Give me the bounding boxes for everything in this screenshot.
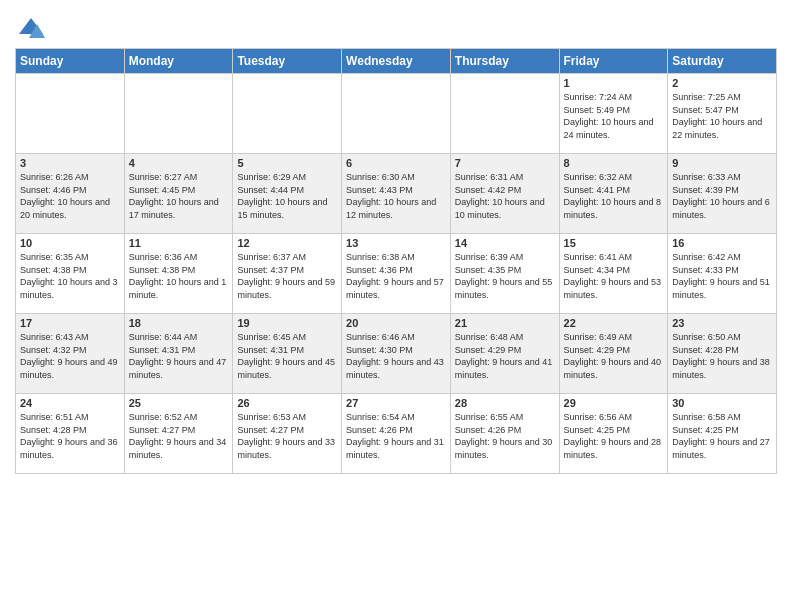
day-info: Sunrise: 6:42 AM Sunset: 4:33 PM Dayligh… xyxy=(672,251,772,301)
header-monday: Monday xyxy=(124,49,233,74)
header-friday: Friday xyxy=(559,49,668,74)
day-info: Sunrise: 6:56 AM Sunset: 4:25 PM Dayligh… xyxy=(564,411,664,461)
day-number: 24 xyxy=(20,397,120,409)
day-info: Sunrise: 7:24 AM Sunset: 5:49 PM Dayligh… xyxy=(564,91,664,141)
logo xyxy=(15,14,45,42)
day-number: 10 xyxy=(20,237,120,249)
calendar-cell: 11Sunrise: 6:36 AM Sunset: 4:38 PM Dayli… xyxy=(124,234,233,314)
day-number: 15 xyxy=(564,237,664,249)
day-info: Sunrise: 6:37 AM Sunset: 4:37 PM Dayligh… xyxy=(237,251,337,301)
calendar-cell: 1Sunrise: 7:24 AM Sunset: 5:49 PM Daylig… xyxy=(559,74,668,154)
day-number: 20 xyxy=(346,317,446,329)
day-number: 12 xyxy=(237,237,337,249)
calendar-cell: 5Sunrise: 6:29 AM Sunset: 4:44 PM Daylig… xyxy=(233,154,342,234)
calendar-cell: 29Sunrise: 6:56 AM Sunset: 4:25 PM Dayli… xyxy=(559,394,668,474)
day-number: 30 xyxy=(672,397,772,409)
header-saturday: Saturday xyxy=(668,49,777,74)
day-info: Sunrise: 6:27 AM Sunset: 4:45 PM Dayligh… xyxy=(129,171,229,221)
calendar-cell: 4Sunrise: 6:27 AM Sunset: 4:45 PM Daylig… xyxy=(124,154,233,234)
calendar-cell: 18Sunrise: 6:44 AM Sunset: 4:31 PM Dayli… xyxy=(124,314,233,394)
calendar-header-row: SundayMondayTuesdayWednesdayThursdayFrid… xyxy=(16,49,777,74)
header xyxy=(15,10,777,42)
calendar-cell: 2Sunrise: 7:25 AM Sunset: 5:47 PM Daylig… xyxy=(668,74,777,154)
day-number: 1 xyxy=(564,77,664,89)
calendar-cell xyxy=(124,74,233,154)
day-info: Sunrise: 6:32 AM Sunset: 4:41 PM Dayligh… xyxy=(564,171,664,221)
day-number: 8 xyxy=(564,157,664,169)
day-number: 25 xyxy=(129,397,229,409)
day-info: Sunrise: 6:39 AM Sunset: 4:35 PM Dayligh… xyxy=(455,251,555,301)
calendar-cell xyxy=(16,74,125,154)
day-info: Sunrise: 7:25 AM Sunset: 5:47 PM Dayligh… xyxy=(672,91,772,141)
calendar-cell: 26Sunrise: 6:53 AM Sunset: 4:27 PM Dayli… xyxy=(233,394,342,474)
day-number: 17 xyxy=(20,317,120,329)
header-tuesday: Tuesday xyxy=(233,49,342,74)
day-number: 26 xyxy=(237,397,337,409)
calendar-cell: 19Sunrise: 6:45 AM Sunset: 4:31 PM Dayli… xyxy=(233,314,342,394)
day-info: Sunrise: 6:45 AM Sunset: 4:31 PM Dayligh… xyxy=(237,331,337,381)
calendar-cell: 23Sunrise: 6:50 AM Sunset: 4:28 PM Dayli… xyxy=(668,314,777,394)
day-number: 6 xyxy=(346,157,446,169)
page: SundayMondayTuesdayWednesdayThursdayFrid… xyxy=(0,0,792,612)
day-number: 5 xyxy=(237,157,337,169)
day-number: 3 xyxy=(20,157,120,169)
calendar-cell: 30Sunrise: 6:58 AM Sunset: 4:25 PM Dayli… xyxy=(668,394,777,474)
header-thursday: Thursday xyxy=(450,49,559,74)
day-info: Sunrise: 6:33 AM Sunset: 4:39 PM Dayligh… xyxy=(672,171,772,221)
day-number: 23 xyxy=(672,317,772,329)
calendar-cell: 7Sunrise: 6:31 AM Sunset: 4:42 PM Daylig… xyxy=(450,154,559,234)
day-info: Sunrise: 6:41 AM Sunset: 4:34 PM Dayligh… xyxy=(564,251,664,301)
calendar-cell xyxy=(450,74,559,154)
day-number: 28 xyxy=(455,397,555,409)
day-number: 13 xyxy=(346,237,446,249)
day-info: Sunrise: 6:43 AM Sunset: 4:32 PM Dayligh… xyxy=(20,331,120,381)
calendar-cell: 6Sunrise: 6:30 AM Sunset: 4:43 PM Daylig… xyxy=(342,154,451,234)
calendar-cell: 15Sunrise: 6:41 AM Sunset: 4:34 PM Dayli… xyxy=(559,234,668,314)
calendar-cell: 17Sunrise: 6:43 AM Sunset: 4:32 PM Dayli… xyxy=(16,314,125,394)
calendar-cell: 12Sunrise: 6:37 AM Sunset: 4:37 PM Dayli… xyxy=(233,234,342,314)
day-number: 18 xyxy=(129,317,229,329)
calendar-cell: 20Sunrise: 6:46 AM Sunset: 4:30 PM Dayli… xyxy=(342,314,451,394)
day-info: Sunrise: 6:53 AM Sunset: 4:27 PM Dayligh… xyxy=(237,411,337,461)
calendar-cell xyxy=(233,74,342,154)
day-info: Sunrise: 6:51 AM Sunset: 4:28 PM Dayligh… xyxy=(20,411,120,461)
calendar-week-4: 17Sunrise: 6:43 AM Sunset: 4:32 PM Dayli… xyxy=(16,314,777,394)
day-info: Sunrise: 6:44 AM Sunset: 4:31 PM Dayligh… xyxy=(129,331,229,381)
calendar-cell: 13Sunrise: 6:38 AM Sunset: 4:36 PM Dayli… xyxy=(342,234,451,314)
calendar-cell: 22Sunrise: 6:49 AM Sunset: 4:29 PM Dayli… xyxy=(559,314,668,394)
day-number: 22 xyxy=(564,317,664,329)
day-info: Sunrise: 6:58 AM Sunset: 4:25 PM Dayligh… xyxy=(672,411,772,461)
day-info: Sunrise: 6:54 AM Sunset: 4:26 PM Dayligh… xyxy=(346,411,446,461)
day-info: Sunrise: 6:35 AM Sunset: 4:38 PM Dayligh… xyxy=(20,251,120,301)
day-info: Sunrise: 6:55 AM Sunset: 4:26 PM Dayligh… xyxy=(455,411,555,461)
day-info: Sunrise: 6:38 AM Sunset: 4:36 PM Dayligh… xyxy=(346,251,446,301)
header-sunday: Sunday xyxy=(16,49,125,74)
calendar-cell: 24Sunrise: 6:51 AM Sunset: 4:28 PM Dayli… xyxy=(16,394,125,474)
day-info: Sunrise: 6:29 AM Sunset: 4:44 PM Dayligh… xyxy=(237,171,337,221)
day-info: Sunrise: 6:26 AM Sunset: 4:46 PM Dayligh… xyxy=(20,171,120,221)
day-number: 21 xyxy=(455,317,555,329)
day-info: Sunrise: 6:46 AM Sunset: 4:30 PM Dayligh… xyxy=(346,331,446,381)
calendar-cell xyxy=(342,74,451,154)
calendar-cell: 10Sunrise: 6:35 AM Sunset: 4:38 PM Dayli… xyxy=(16,234,125,314)
calendar-week-5: 24Sunrise: 6:51 AM Sunset: 4:28 PM Dayli… xyxy=(16,394,777,474)
day-info: Sunrise: 6:48 AM Sunset: 4:29 PM Dayligh… xyxy=(455,331,555,381)
calendar-week-2: 3Sunrise: 6:26 AM Sunset: 4:46 PM Daylig… xyxy=(16,154,777,234)
day-number: 27 xyxy=(346,397,446,409)
day-info: Sunrise: 6:49 AM Sunset: 4:29 PM Dayligh… xyxy=(564,331,664,381)
header-wednesday: Wednesday xyxy=(342,49,451,74)
day-info: Sunrise: 6:36 AM Sunset: 4:38 PM Dayligh… xyxy=(129,251,229,301)
calendar-week-3: 10Sunrise: 6:35 AM Sunset: 4:38 PM Dayli… xyxy=(16,234,777,314)
day-info: Sunrise: 6:50 AM Sunset: 4:28 PM Dayligh… xyxy=(672,331,772,381)
day-number: 14 xyxy=(455,237,555,249)
day-info: Sunrise: 6:30 AM Sunset: 4:43 PM Dayligh… xyxy=(346,171,446,221)
logo-icon xyxy=(17,14,45,42)
day-number: 11 xyxy=(129,237,229,249)
day-number: 16 xyxy=(672,237,772,249)
day-number: 7 xyxy=(455,157,555,169)
day-number: 9 xyxy=(672,157,772,169)
calendar-cell: 8Sunrise: 6:32 AM Sunset: 4:41 PM Daylig… xyxy=(559,154,668,234)
calendar-cell: 9Sunrise: 6:33 AM Sunset: 4:39 PM Daylig… xyxy=(668,154,777,234)
calendar-cell: 14Sunrise: 6:39 AM Sunset: 4:35 PM Dayli… xyxy=(450,234,559,314)
day-number: 19 xyxy=(237,317,337,329)
